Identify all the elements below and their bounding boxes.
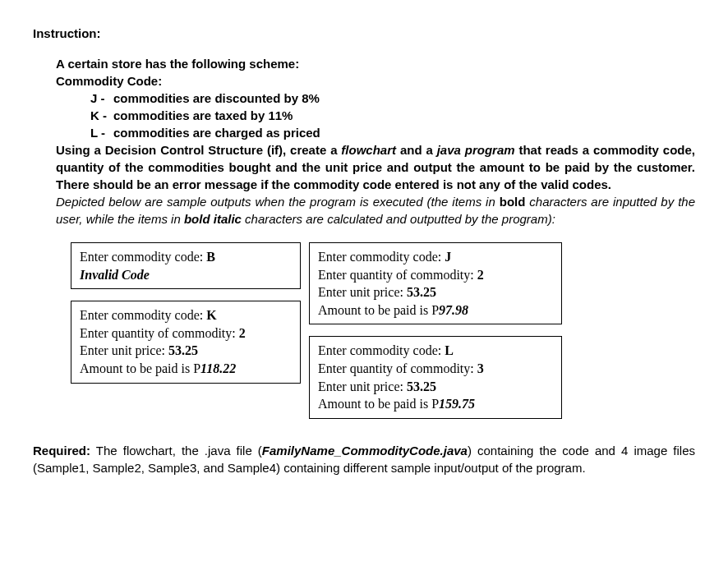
- sample4-prompt4: Amount to be paid is P: [318, 397, 439, 411]
- bold-italic-word: bold italic: [184, 212, 242, 226]
- sample3-line1: Enter commodity code: J: [318, 248, 553, 266]
- required-label: Required:: [33, 444, 90, 458]
- sample4-output: 159.75: [439, 397, 475, 411]
- problem-statement: Using a Decision Control Structure (if),…: [56, 141, 695, 193]
- scheme-intro-line-1: A certain store has the following scheme…: [56, 55, 695, 72]
- main-content: A certain store has the following scheme…: [33, 55, 695, 419]
- instruction-heading: Instruction:: [33, 25, 695, 42]
- code-letter-j: J -: [90, 90, 113, 107]
- samples-container: Enter commodity code: B Invalid Code Ent…: [56, 242, 695, 419]
- sample2-line1: Enter commodity code: K: [80, 306, 292, 324]
- commodity-code-list: J - commodities are discounted by 8% K -…: [56, 90, 695, 141]
- sample1-invalid: Invalid Code: [80, 266, 292, 284]
- code-desc-l: commodities are charged as priced: [113, 124, 320, 141]
- sample2-input3: 53.25: [168, 343, 198, 357]
- depicted-part1: Depicted below are sample outputs when t…: [56, 195, 500, 209]
- sample3-prompt4: Amount to be paid is P: [318, 303, 439, 317]
- sample3-input3: 53.25: [407, 285, 436, 299]
- samples-column-left: Enter commodity code: B Invalid Code Ent…: [71, 242, 301, 419]
- sample2-line2: Enter quantity of commodity: 2: [80, 324, 292, 343]
- sample4-line1: Enter commodity code: L: [318, 342, 553, 360]
- sample2-input2: 2: [239, 326, 246, 340]
- sample4-prompt2: Enter quantity of commodity:: [318, 361, 477, 375]
- flowchart-word: flowchart: [341, 143, 396, 157]
- sample-box-1: Enter commodity code: B Invalid Code: [71, 242, 301, 289]
- sample2-line3: Enter unit price: 53.25: [80, 342, 292, 360]
- sample3-prompt3: Enter unit price:: [318, 285, 407, 299]
- code-letter-k: K -: [90, 107, 113, 124]
- sample-box-4: Enter commodity code: L Enter quantity o…: [309, 336, 562, 418]
- sample4-line4: Amount to be paid is P159.75: [318, 395, 553, 413]
- code-letter-l: L -: [90, 124, 113, 141]
- sample-box-3: Enter commodity code: J Enter quantity o…: [309, 242, 562, 324]
- sample4-prompt1: Enter commodity code:: [318, 343, 445, 357]
- sample-box-2: Enter commodity code: K Enter quantity o…: [71, 301, 301, 383]
- sample2-prompt1: Enter commodity code:: [80, 308, 206, 322]
- code-item-l: L - commodities are charged as priced: [90, 124, 695, 141]
- sample2-input1: K: [206, 308, 216, 322]
- scheme-intro-line-2: Commodity Code:: [56, 72, 695, 90]
- sample1-prompt1: Enter commodity code:: [80, 250, 206, 264]
- code-item-j: J - commodities are discounted by 8%: [90, 90, 695, 107]
- code-desc-j: commodities are discounted by 8%: [113, 90, 320, 107]
- problem-part2: and a: [396, 143, 437, 157]
- depicted-note: Depicted below are sample outputs when t…: [56, 193, 695, 228]
- sample4-input2: 3: [477, 361, 484, 375]
- sample3-line2: Enter quantity of commodity: 2: [318, 266, 553, 284]
- sample4-input1: L: [445, 343, 454, 357]
- required-section: Required: The flowchart, the .java file …: [33, 442, 695, 476]
- code-item-k: K - commodities are taxed by 11%: [90, 107, 695, 124]
- sample3-prompt1: Enter commodity code:: [318, 250, 445, 264]
- sample3-input1: J: [445, 250, 451, 264]
- sample4-line3: Enter unit price: 53.25: [318, 378, 553, 396]
- code-desc-k: commodities are taxed by 11%: [113, 107, 293, 124]
- sample2-prompt3: Enter unit price:: [80, 343, 168, 357]
- sample3-output: 97.98: [439, 303, 468, 317]
- sample3-line3: Enter unit price: 53.25: [318, 283, 553, 301]
- depicted-part3: characters are calculated and outputted …: [242, 212, 555, 226]
- required-filename: FamilyName_CommodityCode.java: [262, 444, 468, 458]
- required-part1: The flowchart, the .java file (: [90, 444, 262, 458]
- sample1-line1: Enter commodity code: B: [80, 248, 292, 266]
- sample4-input3: 53.25: [407, 379, 436, 393]
- sample4-line2: Enter quantity of commodity: 3: [318, 360, 553, 378]
- sample4-prompt3: Enter unit price:: [318, 379, 407, 393]
- sample2-prompt2: Enter quantity of commodity:: [80, 326, 239, 340]
- bold-word: bold: [500, 195, 526, 209]
- sample3-line4: Amount to be paid is P97.98: [318, 301, 553, 320]
- sample1-input1: B: [206, 250, 215, 264]
- sample2-prompt4: Amount to be paid is P: [80, 361, 200, 375]
- java-program-word: java program: [437, 143, 515, 157]
- sample2-output: 118.22: [200, 361, 236, 375]
- sample2-line4: Amount to be paid is P118.22: [80, 360, 292, 378]
- sample3-input2: 2: [477, 268, 484, 282]
- problem-part1: Using a Decision Control Structure (if),…: [56, 143, 341, 157]
- sample3-prompt2: Enter quantity of commodity:: [318, 268, 477, 282]
- samples-column-right: Enter commodity code: J Enter quantity o…: [309, 242, 562, 419]
